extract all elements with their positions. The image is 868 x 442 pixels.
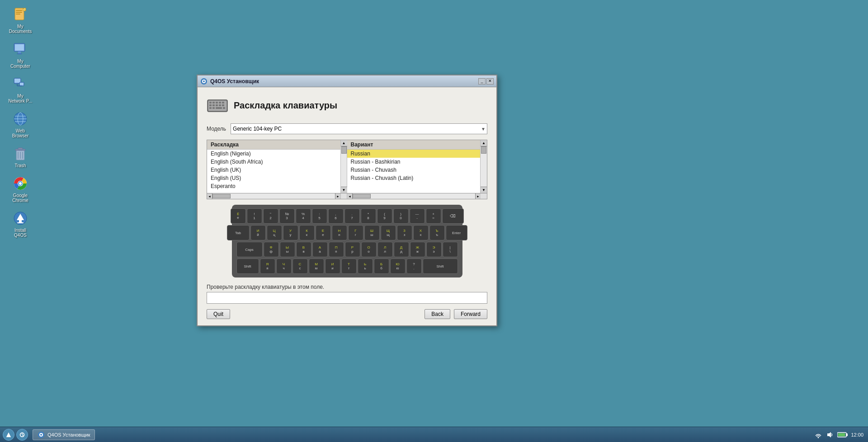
kb-key-т[interactable]: Т т bbox=[341, 259, 357, 274]
model-select[interactable]: Generic 104-key PC bbox=[231, 123, 487, 134]
desktop-icon-google-chrome[interactable]: GoogleChrome bbox=[5, 174, 36, 205]
desktop-icon-trash[interactable]: Trash bbox=[5, 144, 36, 170]
desktop-icon-my-network[interactable]: MyNetwork P... bbox=[5, 74, 36, 105]
taskbar-q4os-item[interactable]: Q4OS Установщик bbox=[33, 429, 95, 440]
variant-scrollbar[interactable]: ▲ ▼ bbox=[481, 140, 487, 193]
kb-key-backspace[interactable]: ⌫ bbox=[442, 208, 464, 224]
kb-key-г[interactable]: Г г bbox=[348, 225, 363, 240]
kb-key-б[interactable]: Б б bbox=[374, 259, 389, 274]
kb-key-ы[interactable]: Ы ы bbox=[280, 242, 295, 257]
variant-hscroll-left[interactable]: ◄ bbox=[347, 193, 353, 199]
kb-key-7[interactable]: . 7 bbox=[344, 208, 360, 224]
kb-key-у[interactable]: У у bbox=[283, 225, 298, 240]
kb-key-9[interactable]: ( 9 bbox=[377, 208, 392, 224]
desktop-icon-install-q4os[interactable]: InstallQ4OS bbox=[5, 208, 36, 240]
kb-key-8[interactable]: * 8 bbox=[361, 208, 376, 224]
kb-key-к[interactable]: К к bbox=[299, 225, 315, 240]
kb-key-ю[interactable]: Ю ю bbox=[390, 259, 406, 274]
back-button[interactable]: Back bbox=[425, 309, 450, 319]
kb-key-щ[interactable]: Щ щ bbox=[381, 225, 396, 240]
kb-key-р[interactable]: Р р bbox=[345, 242, 360, 257]
kb-key-л[interactable]: Л л bbox=[377, 242, 393, 257]
desktop-icon-my-documents[interactable]: MyDocuments bbox=[5, 5, 36, 36]
list-item[interactable]: English (South Africa) bbox=[207, 158, 340, 166]
taskbar-start-btn-2[interactable] bbox=[16, 429, 28, 441]
kb-key-с[interactable]: С с bbox=[292, 259, 308, 274]
kb-key-и[interactable]: И и bbox=[325, 259, 340, 274]
kb-key-в[interactable]: В в bbox=[296, 242, 311, 257]
variant-scroll-up[interactable]: ▲ bbox=[481, 140, 487, 146]
kb-key-period[interactable]: ? . bbox=[406, 259, 422, 274]
kb-key-е[interactable]: Е е bbox=[316, 225, 331, 240]
kb-key-1[interactable]: ! 1 bbox=[247, 208, 262, 224]
layout-scroll-down[interactable]: ▼ bbox=[341, 187, 347, 193]
dialog-minimize-button[interactable]: _ bbox=[478, 78, 486, 85]
variant-hscroll[interactable]: ◄ ► bbox=[347, 193, 481, 199]
kb-key-3[interactable]: № 3 bbox=[279, 208, 295, 224]
dialog-main-title: Раскладка клавиатуры bbox=[234, 100, 337, 111]
kb-key-я[interactable]: Я я bbox=[260, 259, 275, 274]
layout-scroll-thumb[interactable] bbox=[341, 146, 347, 154]
variant-scroll-thumb[interactable] bbox=[481, 146, 486, 154]
kb-key-й[interactable]: И й bbox=[250, 225, 266, 240]
kb-key-ш[interactable]: Ш ш bbox=[364, 225, 380, 240]
desktop-icon-my-computer[interactable]: MyComputer bbox=[5, 39, 36, 71]
kb-key-6[interactable]: , 6 bbox=[328, 208, 344, 224]
taskbar-battery-icon[interactable] bbox=[837, 431, 848, 438]
kb-key-д[interactable]: Д д bbox=[394, 242, 409, 257]
taskbar-start-btn-1[interactable] bbox=[3, 429, 14, 441]
kb-key-м[interactable]: М м bbox=[309, 259, 324, 274]
list-item[interactable]: English (US) bbox=[207, 174, 340, 182]
forward-button[interactable]: Forward bbox=[454, 309, 487, 319]
list-item[interactable]: Esperanto bbox=[207, 182, 340, 190]
layout-hscroll[interactable]: ◄ ► bbox=[207, 193, 341, 199]
kb-key-х[interactable]: Х х bbox=[413, 225, 429, 240]
kb-key-ъ[interactable]: Ъ ъ bbox=[429, 225, 445, 240]
layout-scroll-up[interactable]: ▲ bbox=[341, 140, 347, 146]
kb-key-з[interactable]: З з bbox=[397, 225, 412, 240]
kb-key-equals[interactable]: + = bbox=[426, 208, 441, 224]
variant-item-russian[interactable]: Russian bbox=[347, 150, 481, 158]
kb-key-caps[interactable]: Caps bbox=[236, 242, 263, 257]
layout-scrollbar[interactable]: ▲ ▼ bbox=[341, 140, 347, 193]
desktop-icon-web-browser[interactable]: WebBrowser bbox=[5, 109, 36, 140]
test-input[interactable] bbox=[207, 292, 487, 304]
kb-key-enter[interactable]: Enter bbox=[446, 225, 467, 240]
variant-item-bashkirian[interactable]: Russian - Bashkirian bbox=[347, 158, 481, 166]
variant-item-chuvash[interactable]: Russian - Chuvash bbox=[347, 166, 481, 174]
kb-key-minus[interactable]: — - bbox=[410, 208, 425, 224]
quit-button[interactable]: Quit bbox=[207, 309, 230, 319]
svg-rect-42 bbox=[216, 102, 218, 103]
variant-list-body[interactable]: Russian Russian - Bashkirian Russian - C… bbox=[347, 150, 481, 193]
taskbar-sound-icon[interactable] bbox=[826, 430, 835, 439]
kb-key-shift-right[interactable]: Shift bbox=[423, 259, 458, 274]
kb-key-0[interactable]: ) 0 bbox=[393, 208, 409, 224]
list-item[interactable]: English (Nigeria) bbox=[207, 150, 340, 158]
kb-key-5[interactable]: : 5 bbox=[312, 208, 327, 224]
kb-key-н[interactable]: Н н bbox=[332, 225, 347, 240]
kb-key-ь[interactable]: Ь ь bbox=[358, 259, 373, 274]
kb-key-о[interactable]: О о bbox=[361, 242, 377, 257]
variant-item-chuvash-latin[interactable]: Russian - Chuvash (Latin) bbox=[347, 174, 481, 182]
kb-key-2[interactable]: " 2 bbox=[263, 208, 278, 224]
taskbar-network-icon[interactable] bbox=[814, 430, 823, 439]
layout-hscroll-right[interactable]: ► bbox=[335, 193, 340, 199]
kb-key-ф[interactable]: Ф ф bbox=[264, 242, 279, 257]
dialog-close-button[interactable]: ✕ bbox=[486, 78, 494, 85]
variant-hscroll-right[interactable]: ► bbox=[475, 193, 481, 199]
kb-key-ц[interactable]: Ц ц bbox=[267, 225, 282, 240]
kb-key-ж[interactable]: Ж ж bbox=[410, 242, 425, 257]
list-item[interactable]: English (UK) bbox=[207, 166, 340, 174]
kb-key-п[interactable]: П п bbox=[329, 242, 344, 257]
kb-key-а[interactable]: А а bbox=[312, 242, 328, 257]
layout-list-body[interactable]: English (Nigeria) English (South Africa)… bbox=[207, 150, 340, 193]
kb-key-shift-left[interactable]: Shift bbox=[236, 259, 259, 274]
variant-scroll-down[interactable]: ▼ bbox=[481, 187, 487, 193]
kb-key-tab[interactable]: Tab bbox=[227, 225, 250, 240]
kb-key-backslash[interactable]: | \ bbox=[443, 242, 458, 257]
kb-key-4[interactable]: % 4 bbox=[296, 208, 311, 224]
kb-key-э[interactable]: Э э bbox=[426, 242, 442, 257]
kb-key-backtick[interactable]: Ё е bbox=[231, 208, 246, 224]
kb-key-ч[interactable]: Ч ч bbox=[276, 259, 292, 274]
layout-hscroll-left[interactable]: ◄ bbox=[207, 193, 212, 199]
